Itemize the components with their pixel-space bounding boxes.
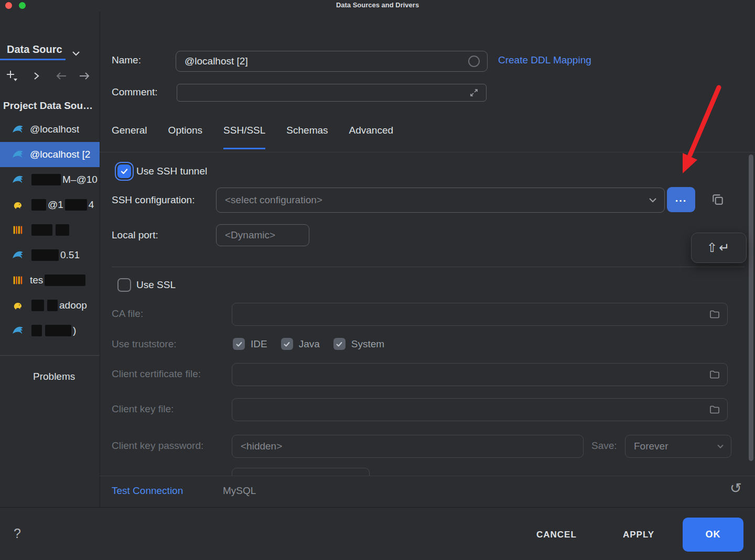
folder-icon[interactable] — [709, 404, 720, 415]
ca-file-label: CA file: — [112, 308, 143, 320]
hive-icon — [12, 199, 24, 211]
ssh-config-browse-button[interactable]: ... — [667, 187, 695, 212]
cancel-button[interactable]: CANCEL — [536, 530, 577, 540]
folder-icon[interactable] — [709, 369, 720, 380]
chevron-down-icon[interactable] — [717, 444, 724, 448]
mysql-icon — [12, 324, 24, 337]
sidebar-item[interactable]: M–@10 — [0, 167, 100, 192]
tab-options[interactable]: Options — [168, 125, 202, 149]
clickhouse-icon — [12, 274, 24, 287]
mysql-icon — [12, 249, 24, 261]
tab-ssh-ssl[interactable]: SSH/SSL — [223, 125, 265, 149]
redacted-text — [31, 325, 42, 336]
folder-icon[interactable] — [709, 309, 720, 320]
redacted-text — [31, 249, 59, 261]
save-password-select[interactable]: Forever — [625, 435, 731, 458]
data-sources-dialog: Data Sources and Drivers Data Sourc Proj… — [0, 0, 755, 560]
rollback-icon[interactable]: ↺ — [730, 480, 742, 497]
redacted-text — [65, 199, 87, 211]
driver-label: MySQL — [223, 485, 256, 497]
chevron-down-icon[interactable] — [72, 49, 80, 58]
client-key-file-label: Client key file: — [112, 403, 174, 415]
use-ssh-tunnel-label[interactable]: Use SSH tunnel — [136, 166, 207, 177]
ssh-configuration-select[interactable]: <select configuration> — [216, 188, 665, 213]
sidebar-item[interactable]: ) — [0, 318, 100, 343]
redacted-text — [47, 300, 58, 311]
tab-schemas[interactable]: Schemas — [286, 125, 328, 149]
mysql-icon — [12, 173, 24, 186]
local-port-value: <Dynamic> — [225, 229, 275, 241]
use-ssh-tunnel-checkbox[interactable] — [117, 164, 131, 178]
settings-tabs: GeneralOptionsSSH/SSLSchemasAdvanced — [112, 125, 393, 149]
truststore-option-system[interactable]: System — [333, 338, 384, 350]
expand-field-icon[interactable] — [469, 88, 479, 97]
redacted-text — [31, 224, 52, 236]
sidebar-item[interactable]: adoop — [0, 293, 100, 318]
data-source-list: @localhost@localhost [2M–@10@140.51tesad… — [0, 117, 100, 343]
truststore-option-label: System — [351, 338, 384, 350]
forward-arrow-icon[interactable] — [79, 71, 91, 84]
client-key-file-input[interactable] — [232, 398, 728, 421]
chevron-down-icon[interactable] — [649, 197, 657, 203]
footer-divider — [0, 507, 755, 508]
sidebar-tab-data-sources[interactable]: Data Sourc — [7, 43, 62, 56]
sidebar-item-label — [30, 224, 71, 236]
local-port-input[interactable]: <Dynamic> — [216, 224, 309, 246]
chevron-right-icon[interactable] — [31, 71, 44, 84]
vertical-scrollbar[interactable] — [749, 155, 753, 461]
comment-input[interactable] — [177, 84, 487, 102]
back-arrow-icon[interactable] — [56, 71, 68, 84]
apply-button[interactable]: APPLY — [623, 530, 654, 540]
use-truststore-label: Use truststore: — [112, 338, 177, 350]
mysql-icon — [12, 123, 24, 136]
sidebar-item-label: @localhost — [30, 124, 79, 135]
checkbox-icon[interactable] — [333, 338, 346, 350]
sidebar-item[interactable]: @localhost — [0, 117, 100, 142]
redacted-text — [45, 325, 71, 336]
checkbox-icon[interactable] — [233, 338, 245, 350]
truststore-option-label: IDE — [251, 338, 267, 350]
shortcut-hint-tooltip: ⇧↵ — [691, 233, 747, 263]
sidebar-item-label: M–@10 — [30, 174, 98, 185]
sidebar-item[interactable]: @localhost [2 — [0, 142, 100, 167]
sidebar-item[interactable]: 0.51 — [0, 243, 100, 268]
local-port-label: Local port: — [112, 229, 158, 241]
redacted-text — [31, 300, 44, 311]
problems-item[interactable]: Problems — [33, 371, 75, 382]
ca-file-input[interactable] — [232, 303, 728, 326]
use-ssl-checkbox[interactable] — [117, 278, 131, 292]
client-certificate-file-input[interactable] — [232, 363, 728, 386]
help-button[interactable]: ? — [14, 526, 21, 541]
sidebar-item[interactable]: tes — [0, 268, 100, 293]
test-connection-link[interactable]: Test Connection — [112, 485, 183, 497]
sidebar-section-title: Project Data Sou… — [3, 100, 100, 112]
use-ssl-label[interactable]: Use SSL — [136, 279, 176, 291]
truststore-option-java[interactable]: Java — [281, 338, 320, 350]
ok-button[interactable]: OK — [683, 518, 743, 552]
clipped-field — [232, 468, 370, 476]
client-key-password-value: <hidden> — [241, 441, 282, 452]
copy-icon[interactable] — [711, 193, 725, 208]
sidebar-item-label: adoop — [30, 300, 87, 311]
checkbox-icon[interactable] — [281, 338, 293, 350]
ssh-configuration-label: SSH configuration: — [112, 194, 195, 206]
sidebar-item[interactable] — [0, 217, 100, 243]
sidebar-item-label: 0.51 — [30, 249, 80, 261]
ssh-configuration-value: <select configuration> — [225, 194, 322, 206]
tab-advanced[interactable]: Advanced — [349, 125, 394, 149]
hive-icon — [12, 299, 24, 312]
sidebar-list-divider — [0, 355, 100, 356]
tab-general[interactable]: General — [112, 125, 147, 149]
add-data-source-icon[interactable] — [6, 70, 18, 82]
name-input[interactable]: @localhost [2] — [176, 51, 488, 72]
sidebar-item[interactable]: @14 — [0, 192, 100, 217]
redacted-text — [31, 199, 46, 211]
redacted-text — [31, 174, 61, 185]
client-key-password-input[interactable]: <hidden> — [232, 435, 584, 458]
truststore-option-label: Java — [299, 338, 320, 350]
create-ddl-mapping-link[interactable]: Create DDL Mapping — [498, 54, 591, 66]
titlebar: Data Sources and Drivers — [0, 0, 755, 12]
panel-divider — [100, 476, 755, 476]
truststore-option-ide[interactable]: IDE — [233, 338, 267, 350]
clickhouse-icon — [12, 224, 24, 236]
